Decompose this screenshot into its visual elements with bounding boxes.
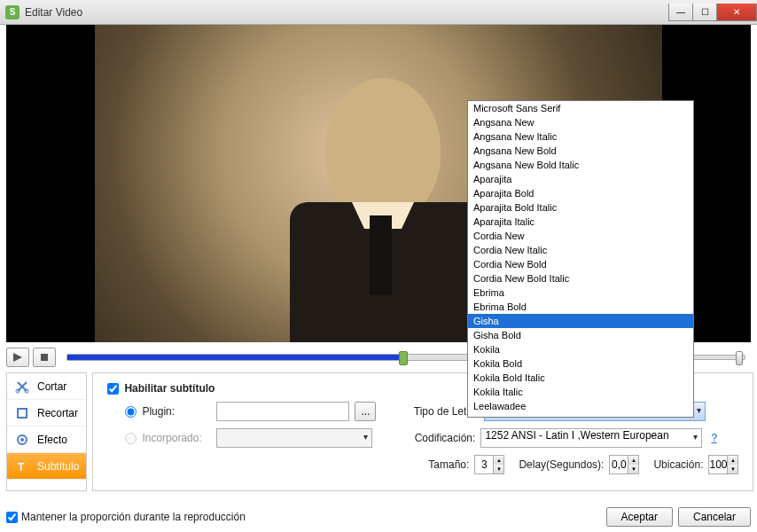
- tab-cortar[interactable]: Cortar: [7, 373, 86, 400]
- tab-subtitulo-label: Subtítulo: [37, 460, 79, 473]
- font-option[interactable]: Microsoft Sans Serif: [468, 101, 693, 115]
- side-tabs: Cortar Recortar Efecto T Subtítulo: [6, 372, 87, 491]
- stop-button[interactable]: [33, 348, 56, 367]
- font-option[interactable]: Angsana New: [468, 115, 693, 129]
- cancel-button[interactable]: Cancelar: [678, 507, 751, 527]
- font-option[interactable]: Kokila Bold Italic: [468, 371, 693, 385]
- tab-cortar-label: Cortar: [37, 380, 66, 393]
- tab-subtitulo[interactable]: T Subtítulo: [7, 453, 86, 480]
- font-option[interactable]: Gisha: [468, 314, 693, 328]
- app-icon: S: [5, 5, 20, 20]
- help-link[interactable]: ?: [711, 432, 717, 444]
- window-buttons: — ☐ ✕: [669, 4, 757, 21]
- seek-thumb[interactable]: [399, 351, 408, 365]
- svg-text:T: T: [18, 461, 25, 473]
- font-option[interactable]: Ebrima: [468, 286, 693, 300]
- browse-button[interactable]: ...: [355, 402, 376, 421]
- font-option[interactable]: Angsana New Bold: [468, 144, 693, 158]
- enable-subtitle-label: Habilitar subtítulo: [124, 382, 215, 395]
- font-option[interactable]: Aparajita: [468, 172, 693, 186]
- encoding-select[interactable]: 1252 ANSI - Latin I ,Western European: [480, 428, 702, 448]
- crop-icon: [14, 405, 30, 421]
- maximize-button[interactable]: ☐: [692, 4, 717, 21]
- scissors-icon: [14, 379, 30, 395]
- font-option[interactable]: Angsana New Italic: [468, 129, 693, 144]
- font-option[interactable]: Aparajita Bold: [468, 186, 693, 200]
- font-option[interactable]: Leelawadee: [468, 399, 693, 413]
- titlebar: S Editar Video — ☐ ✕: [0, 0, 757, 25]
- font-option[interactable]: Aparajita Italic: [468, 215, 693, 229]
- font-option[interactable]: Gisha Bold: [468, 328, 693, 342]
- close-button[interactable]: ✕: [716, 4, 757, 21]
- plugin-radio[interactable]: [125, 406, 137, 418]
- footer: Mantener la proporción durante la reprod…: [6, 507, 751, 527]
- svg-rect-1: [41, 354, 48, 361]
- incorporado-label: Incorporado:: [142, 432, 211, 444]
- svg-rect-4: [18, 409, 27, 418]
- font-option[interactable]: Aparajita Bold Italic: [468, 200, 693, 215]
- font-option[interactable]: Kokila: [468, 342, 693, 356]
- svg-point-6: [20, 438, 24, 442]
- plugin-label: Plugin:: [142, 405, 211, 418]
- incorporado-radio[interactable]: [125, 433, 137, 444]
- font-option[interactable]: Cordia New Bold: [468, 257, 693, 271]
- plugin-path-input[interactable]: [216, 402, 349, 421]
- window-title: Editar Video: [25, 6, 82, 19]
- font-option[interactable]: Cordia New: [468, 229, 693, 243]
- accept-button[interactable]: Aceptar: [606, 507, 673, 527]
- minimize-button[interactable]: —: [668, 4, 693, 21]
- font-option[interactable]: Ebrima Bold: [468, 300, 693, 314]
- delay-spinner[interactable]: ▲▼: [609, 455, 639, 474]
- tab-recortar[interactable]: Recortar: [7, 400, 86, 426]
- delay-label: Delay(Segundos):: [519, 458, 604, 471]
- svg-marker-0: [13, 353, 22, 362]
- font-option[interactable]: Angsana New Bold Italic: [468, 158, 693, 172]
- tamano-spinner[interactable]: ▲▼: [474, 455, 504, 474]
- volume-thumb[interactable]: [736, 351, 743, 365]
- ubicacion-label: Ubicación:: [653, 458, 703, 471]
- keep-ratio-checkbox[interactable]: [6, 512, 18, 523]
- tab-recortar-label: Recortar: [37, 407, 78, 419]
- enable-subtitle-checkbox[interactable]: [107, 383, 119, 395]
- tab-efecto-label: Efecto: [37, 434, 67, 446]
- font-dropdown-list[interactable]: Microsoft Sans SerifAngsana NewAngsana N…: [467, 100, 694, 418]
- play-button[interactable]: [6, 348, 29, 367]
- tamano-label: Tamaño:: [400, 458, 469, 471]
- font-option[interactable]: Cordia New Italic: [468, 243, 693, 257]
- keep-ratio-label: Mantener la proporción durante la reprod…: [21, 511, 246, 523]
- effect-icon: [14, 432, 30, 448]
- text-icon: T: [14, 458, 30, 474]
- font-option[interactable]: Kokila Italic: [468, 385, 693, 399]
- ubicacion-spinner[interactable]: ▲▼: [708, 455, 738, 474]
- font-option[interactable]: Kokila Bold: [468, 356, 693, 371]
- codificacion-label: Codificación:: [406, 432, 475, 444]
- volume-slider[interactable]: [692, 355, 745, 360]
- font-option[interactable]: Cordia New Bold Italic: [468, 271, 693, 286]
- incorporado-select: [216, 428, 372, 448]
- tab-efecto[interactable]: Efecto: [7, 426, 86, 453]
- font-option[interactable]: Leelawadee Bold: [468, 413, 693, 417]
